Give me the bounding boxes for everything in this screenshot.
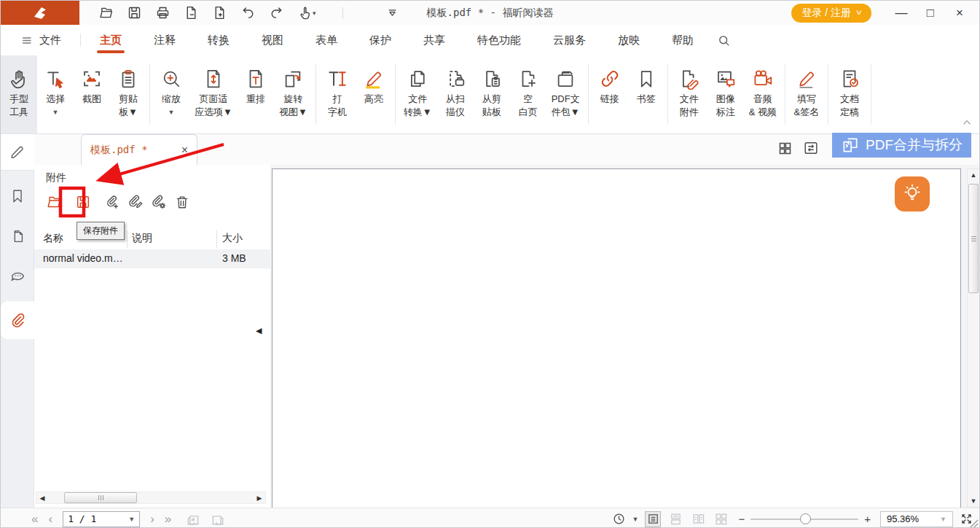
resize-grip[interactable] [969, 519, 979, 528]
scroll-down-icon[interactable]: ▼ [968, 497, 979, 505]
print-icon[interactable] [155, 5, 170, 20]
menu-comment[interactable]: 注释 [146, 25, 183, 55]
next-view-icon[interactable] [211, 512, 225, 527]
ribbon-reflow[interactable]: 重排 [238, 55, 274, 133]
scroll-up-icon[interactable]: ▲ [968, 171, 979, 179]
sidebar-comments[interactable] [1, 260, 34, 292]
collapse-toolbar-icon[interactable] [385, 6, 399, 20]
zoom-level-input[interactable]: 95.36% ▼ [880, 511, 953, 527]
search-icon[interactable] [717, 34, 731, 47]
column-header-description[interactable]: 说明 [132, 232, 152, 245]
minimize-button[interactable]: — [889, 3, 914, 23]
menu-form[interactable]: 表单 [308, 25, 345, 55]
page-dropdown-caret-icon[interactable]: ▼ [128, 516, 135, 523]
single-page-layout-icon[interactable] [645, 511, 661, 527]
foxit-logo[interactable] [1, 1, 79, 25]
menu-share[interactable]: 共享 [416, 25, 452, 55]
grid-view-icon[interactable] [777, 141, 793, 156]
collapse-ribbon-icon[interactable] [962, 117, 972, 128]
last-page-icon[interactable]: » [165, 512, 171, 527]
ribbon-zoom[interactable]: 缩放 ▼ [153, 55, 189, 133]
menu-home[interactable]: 主页 [93, 25, 129, 55]
next-page-icon[interactable]: › [150, 512, 154, 527]
continuous-layout-icon[interactable] [667, 511, 683, 527]
switch-tab-icon[interactable] [803, 140, 819, 156]
scroll-left-icon[interactable]: ◀ [36, 494, 48, 502]
ribbon-hand-tool[interactable]: 手型 工具 [1, 55, 37, 133]
menu-convert[interactable]: 转换 [200, 25, 237, 55]
undo-icon[interactable] [240, 5, 256, 20]
view-history-caret-icon[interactable]: ▼ [632, 516, 639, 523]
tab-close-icon[interactable]: × [181, 144, 188, 156]
pdf-merge-split-banner[interactable]: PDF合并与拆分 [832, 133, 971, 158]
ribbon-snapshot[interactable]: 截图 [74, 55, 110, 133]
ribbon-blank-page[interactable]: 空 白页 [510, 55, 546, 133]
menu-protect[interactable]: 保护 [362, 25, 399, 55]
panel-horizontal-scrollbar[interactable]: ◀ ▶ [36, 492, 266, 504]
ribbon-audio-video[interactable]: 音频 & 视频 [744, 55, 782, 133]
ribbon-from-clipboard[interactable]: 从剪 贴板 [474, 55, 510, 133]
scroll-right-icon[interactable]: ▶ [254, 494, 265, 502]
sidebar-attachments[interactable] [1, 301, 34, 339]
ribbon-file-convert[interactable]: 文件 转换▼ [399, 55, 437, 133]
previous-view-icon[interactable] [186, 512, 200, 527]
open-folder-icon[interactable] [98, 5, 114, 20]
ribbon-clipboard[interactable]: 剪贴 板▼ [110, 55, 146, 133]
menu-file[interactable]: 文件 [14, 25, 68, 55]
light-bulb-helper[interactable] [895, 176, 930, 211]
column-header-size[interactable]: 大小 [222, 232, 243, 245]
zoom-out-icon[interactable]: − [738, 513, 745, 525]
close-button[interactable]: × [947, 3, 972, 23]
previous-page-icon[interactable]: ‹ [48, 512, 52, 527]
ribbon-page-fit-options[interactable]: 页面适 应选项▼ [189, 55, 238, 133]
maximize-button[interactable]: □ [918, 3, 943, 23]
first-page-icon[interactable]: « [31, 512, 38, 527]
pdf-page[interactable] [272, 168, 961, 508]
sidebar-pages[interactable] [1, 220, 34, 252]
document-tab[interactable]: 模板.pdf * × [81, 134, 197, 165]
hand-pointer-icon[interactable]: ▾ [297, 5, 316, 20]
zoom-slider-track[interactable] [750, 519, 858, 520]
menu-present[interactable]: 放映 [611, 25, 647, 55]
facing-continuous-layout-icon[interactable] [713, 511, 729, 527]
ribbon-typewriter[interactable]: 打 字机 [319, 55, 356, 133]
ribbon-fill-sign[interactable]: 填写 &签名 [788, 55, 825, 133]
redo-icon[interactable] [269, 5, 284, 20]
add-attachment-icon[interactable] [104, 193, 120, 211]
attachment-row[interactable]: normal video.m… 3 MB [34, 249, 270, 268]
save-attachment-icon[interactable] [75, 193, 91, 211]
page-number-input[interactable]: 1 / 1 ▼ [63, 511, 140, 527]
zoom-slider-knob[interactable] [800, 513, 811, 524]
ribbon-highlight[interactable]: 高亮 [356, 55, 392, 133]
ribbon-rotate-view[interactable]: 旋转 视图▼ [274, 55, 313, 133]
ribbon-select[interactable]: 选择 ▼ [37, 55, 74, 133]
menu-cloud[interactable]: 云服务 [546, 25, 593, 55]
ribbon-image-annotation[interactable]: 图像 标注 [707, 55, 744, 133]
facing-layout-icon[interactable] [690, 511, 706, 527]
zoom-dropdown-caret-icon[interactable]: ▼ [940, 516, 946, 523]
sidebar-edit-tools[interactable] [1, 136, 34, 168]
login-register-button[interactable]: 登录 / 注册 ˅ [791, 4, 871, 23]
ribbon-pdf-portfolio[interactable]: PDF文 件包▼ [546, 55, 585, 133]
zoom-in-icon[interactable]: + [864, 513, 871, 525]
page-plus-icon[interactable] [212, 5, 227, 20]
ribbon-doc-finalize[interactable]: 文档 定稿 [831, 55, 868, 133]
view-history-icon[interactable] [612, 512, 626, 526]
menu-help[interactable]: 帮助 [665, 25, 701, 55]
ribbon-file-attachment[interactable]: 文件 附件 [671, 55, 707, 133]
menu-features[interactable]: 特色功能 [470, 25, 528, 55]
collapse-panel-handle[interactable]: ◀ [256, 326, 262, 335]
document-vertical-scrollbar[interactable]: ▲ ▼ [967, 168, 980, 508]
scroll-thumb[interactable] [64, 492, 137, 503]
ribbon-link[interactable]: 链接 [592, 55, 628, 133]
column-header-name[interactable]: 名称 [43, 232, 63, 245]
scroll-thumb[interactable] [968, 184, 979, 293]
edit-attachment-description-icon[interactable] [128, 193, 144, 211]
save-icon[interactable] [127, 5, 142, 20]
delete-attachment-icon[interactable] [174, 193, 190, 211]
menu-view[interactable]: 视图 [254, 25, 291, 55]
scroll-track[interactable] [48, 492, 254, 503]
ribbon-from-scanner[interactable]: 从扫 描仪 [437, 55, 474, 133]
sidebar-bookmarks[interactable] [1, 180, 34, 212]
open-attachment-icon[interactable] [46, 193, 62, 211]
